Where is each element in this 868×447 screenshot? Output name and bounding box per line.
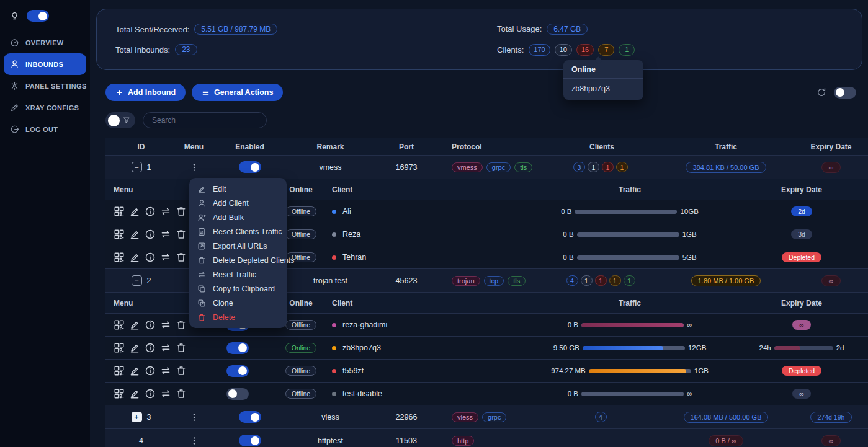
general-actions-button[interactable]: General Actions (192, 84, 283, 101)
theme-toggle[interactable] (27, 10, 49, 22)
info-icon[interactable] (145, 252, 156, 263)
context-menu-item-edit[interactable]: Edit (189, 182, 287, 196)
info-icon[interactable] (145, 388, 156, 399)
client-count-summary-badge[interactable]: 1 (619, 44, 635, 56)
context-menu-item-reset-traffic[interactable]: Reset Traffic (189, 267, 287, 281)
info-icon[interactable] (145, 319, 156, 330)
client-count-badge[interactable]: 1 (595, 275, 607, 286)
context-menu-item-delete-depleted-clients[interactable]: Delete Depleted Clients (189, 253, 287, 267)
client-count-summary-badge[interactable]: 16 (576, 44, 594, 56)
client-count-badge[interactable]: 1 (609, 275, 621, 286)
client-count-badge[interactable]: 4 (566, 275, 578, 286)
edit-icon[interactable] (129, 365, 140, 376)
info-icon[interactable] (145, 342, 156, 353)
qr-code-icon[interactable] (114, 365, 125, 376)
inbound-enabled-cell (211, 435, 289, 446)
context-menu-item-export-all-urls[interactable]: Export All URLs (189, 239, 287, 253)
sidebar-item-label: OVERVIEW (25, 39, 64, 46)
protocol-badge: http (452, 436, 474, 446)
refresh-icon[interactable] (817, 87, 826, 97)
trash-icon[interactable] (176, 319, 187, 330)
repeat-icon[interactable] (160, 319, 171, 330)
qr-code-icon[interactable] (114, 342, 125, 353)
client-count-summary-badge[interactable]: 10 (555, 44, 572, 56)
repeat-icon[interactable] (160, 252, 171, 263)
client-count-badge[interactable]: 3 (573, 162, 585, 172)
repeat-icon[interactable] (160, 342, 171, 353)
qr-code-icon[interactable] (114, 319, 125, 330)
qr-code-icon[interactable] (114, 252, 125, 263)
inbound-menu-button[interactable] (189, 436, 199, 446)
qr-code-icon[interactable] (114, 206, 125, 217)
trash-icon[interactable] (176, 252, 187, 263)
client-count-badge[interactable]: 1 (624, 275, 635, 286)
inbound-collapse-button[interactable]: − (132, 162, 142, 172)
client-color-dot (332, 346, 336, 350)
client-count-badge[interactable]: 1 (588, 162, 599, 172)
protocol-badge: vless (452, 412, 478, 422)
edit-icon[interactable] (129, 229, 140, 240)
edit-icon[interactable] (129, 342, 140, 353)
context-menu-item-add-client[interactable]: Add Client (189, 196, 287, 210)
client-enabled-toggle[interactable] (226, 365, 249, 377)
expiry-elapsed: 24h (759, 344, 771, 352)
toggle-knob (228, 389, 237, 398)
qr-code-icon[interactable] (114, 388, 125, 399)
inbound-enabled-toggle[interactable] (239, 435, 261, 446)
edit-icon[interactable] (129, 388, 140, 399)
client-count-badge[interactable]: 1 (616, 162, 628, 172)
client-expiry-cell: ∞ (735, 320, 868, 330)
auto-refresh-toggle[interactable] (834, 87, 856, 99)
trash-icon[interactable] (176, 229, 187, 240)
repeat-icon[interactable] (160, 229, 171, 240)
search-input[interactable] (143, 112, 267, 128)
context-menu-item-clone[interactable]: Clone (189, 296, 287, 310)
context-menu-item-copy-to-clipboard[interactable]: Copy to Clipboard (189, 281, 287, 296)
inbound-collapse-button[interactable]: − (132, 275, 142, 286)
inbound-traffic-cell: 384.81 KB / 50.00 GB (658, 162, 794, 173)
sidebar-item-log-out[interactable]: LOG OUT (0, 118, 90, 140)
add-inbound-button[interactable]: Add Inbound (105, 84, 186, 101)
trash-icon[interactable] (176, 342, 187, 353)
client-enabled-toggle[interactable] (226, 342, 249, 354)
filter-toggle[interactable] (105, 112, 135, 128)
client-count-badge[interactable]: 1 (581, 275, 593, 286)
sidebar-item-panel-settings[interactable]: PANEL SETTINGS (0, 75, 90, 97)
client-count-summary-badge[interactable]: 170 (529, 44, 550, 56)
info-icon[interactable] (145, 229, 156, 240)
context-menu-item-reset-clients-traffic[interactable]: Reset Clients Traffic (189, 224, 287, 239)
stat-label: Total Sent/Received: (115, 25, 189, 34)
inbound-menu-button[interactable] (189, 412, 199, 422)
sidebar-item-overview[interactable]: OVERVIEW (0, 32, 90, 53)
inbound-expiry-cell: ∞ (794, 275, 868, 286)
edit-icon[interactable] (129, 252, 140, 263)
inbound-remark: trojan test (289, 277, 372, 285)
inbound-enabled-toggle[interactable] (239, 161, 261, 173)
trash-icon[interactable] (176, 206, 187, 217)
edit-icon[interactable] (129, 319, 140, 330)
client-count-badge[interactable]: 1 (602, 162, 614, 172)
inbound-enabled-toggle[interactable] (239, 411, 261, 423)
context-menu-item-delete[interactable]: Delete (189, 310, 287, 324)
client-row: Onlinezb8hpo7q39.50 GB12GB24h2d (105, 337, 868, 360)
info-icon[interactable] (145, 206, 156, 217)
trash-icon[interactable] (176, 365, 187, 376)
client-row: Offlinetest-disable0 B∞∞ (105, 383, 868, 405)
client-count-badge[interactable]: 4 (595, 412, 607, 422)
inbound-menu-button[interactable] (189, 162, 199, 172)
edit-icon[interactable] (129, 206, 140, 217)
info-icon[interactable] (145, 365, 156, 376)
repeat-icon[interactable] (160, 388, 171, 399)
column-header-menu: Menu (105, 299, 192, 308)
context-menu-item-add-bulk[interactable]: Add Bulk (189, 210, 287, 224)
client-enabled-toggle[interactable] (226, 388, 249, 400)
traffic-badge: 0 B / ∞ (709, 435, 743, 446)
sidebar-item-xray-configs[interactable]: XRAY CONFIGS (0, 97, 90, 118)
sidebar-item-inbounds[interactable]: INBOUNDS (4, 53, 86, 75)
trash-icon[interactable] (176, 388, 187, 399)
repeat-icon[interactable] (160, 365, 171, 376)
repeat-icon[interactable] (160, 206, 171, 217)
inbound-expand-button[interactable]: + (132, 412, 142, 422)
qr-code-icon[interactable] (114, 229, 125, 240)
client-count-summary-badge[interactable]: 7 (598, 44, 614, 56)
